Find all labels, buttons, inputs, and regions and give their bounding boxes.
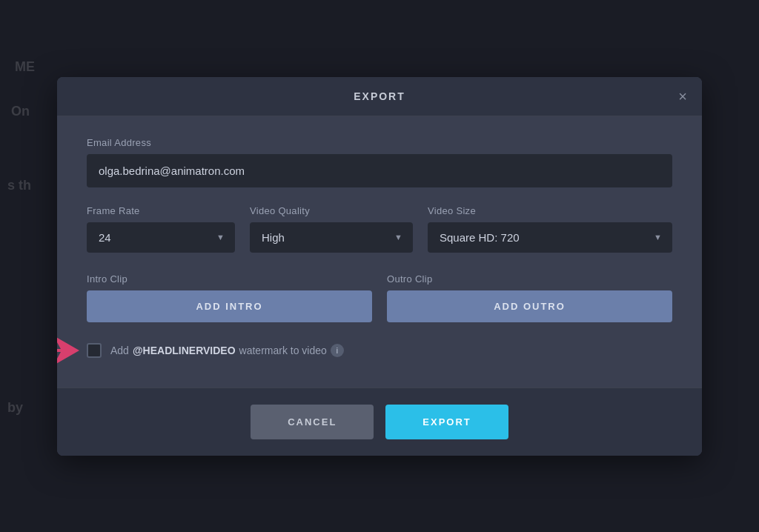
watermark-brand: @HEADLINERVIDEO (133, 345, 236, 356)
modal-body: Email Address Frame Rate 24 30 60 ▼ (57, 116, 702, 388)
add-outro-button[interactable]: ADD OUTRO (387, 290, 672, 322)
intro-clip-group: Intro Clip ADD INTRO (87, 273, 372, 322)
modal-title: EXPORT (354, 90, 405, 102)
export-modal: EXPORT × Email Address Frame Rate 24 30 … (57, 77, 702, 456)
video-size-group: Video Size Square HD: 720 HD: 1080 4K ▼ (428, 205, 672, 253)
close-button[interactable]: × (678, 89, 687, 104)
modal-footer: CANCEL EXPORT (57, 388, 702, 456)
email-label: Email Address (87, 137, 672, 148)
video-quality-group: Video Quality Low Medium High ▼ (250, 205, 413, 253)
frame-rate-select[interactable]: 24 30 60 (87, 222, 235, 253)
email-input[interactable] (87, 154, 672, 187)
outro-clip-label: Outro Clip (387, 273, 672, 285)
frame-rate-select-wrapper: 24 30 60 ▼ (87, 222, 235, 253)
cancel-button[interactable]: CANCEL (251, 405, 374, 439)
info-icon[interactable]: i (331, 344, 344, 357)
watermark-add-suffix: watermark to video (239, 345, 327, 356)
watermark-checkbox[interactable] (87, 343, 102, 358)
export-button[interactable]: EXPORT (385, 405, 508, 439)
video-quality-select[interactable]: Low Medium High (250, 222, 413, 253)
watermark-add-prefix: Add (110, 345, 129, 356)
video-size-select[interactable]: Square HD: 720 HD: 1080 4K (428, 222, 672, 253)
watermark-text: Add @HEADLINERVIDEO watermark to video i (110, 344, 344, 357)
watermark-row: Add @HEADLINERVIDEO watermark to video i (87, 343, 672, 358)
video-quality-select-wrapper: Low Medium High ▼ (250, 222, 413, 253)
video-size-label: Video Size (428, 205, 672, 216)
outro-clip-group: Outro Clip ADD OUTRO (387, 273, 672, 322)
video-quality-label: Video Quality (250, 205, 413, 216)
svg-marker-0 (57, 336, 79, 365)
add-intro-button[interactable]: ADD INTRO (87, 290, 372, 322)
arrow-indicator-icon (57, 336, 79, 365)
frame-rate-label: Frame Rate (87, 205, 235, 216)
frame-rate-group: Frame Rate 24 30 60 ▼ (87, 205, 235, 253)
video-size-select-wrapper: Square HD: 720 HD: 1080 4K ▼ (428, 222, 672, 253)
modal-overlay: EXPORT × Email Address Frame Rate 24 30 … (0, 0, 759, 532)
modal-header: EXPORT × (57, 77, 702, 116)
row-fields: Frame Rate 24 30 60 ▼ Video Quality (87, 205, 672, 253)
intro-clip-label: Intro Clip (87, 273, 372, 285)
clips-row: Intro Clip ADD INTRO Outro Clip ADD OUTR… (87, 273, 672, 322)
